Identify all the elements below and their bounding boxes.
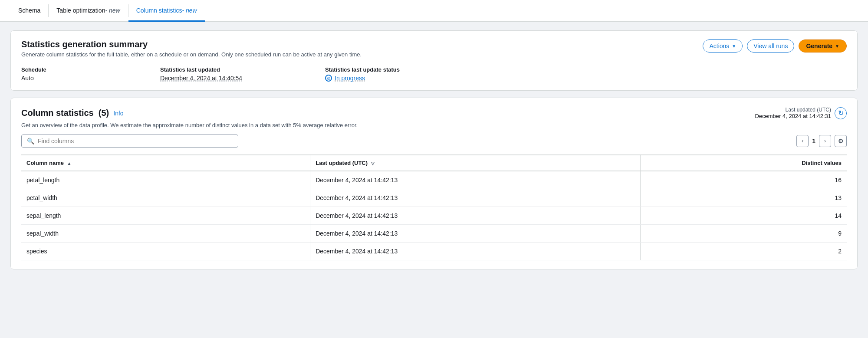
summary-title-group: Statistics generation summary Generate c… xyxy=(21,39,362,66)
sort-asc-icon: ▲ xyxy=(67,161,72,166)
table-row: petal_length December 4, 2024 at 14:42:1… xyxy=(21,171,847,189)
col-stats-title-group: Column statistics (5) Info xyxy=(21,108,124,118)
schedule-label: Schedule xyxy=(21,66,160,73)
last-updated-text-group: Last updated (UTC) December 4, 2024 at 1… xyxy=(755,107,831,119)
col-stats-desc: Get an overview of the data profile. We … xyxy=(21,122,847,128)
generate-label: Generate xyxy=(806,43,832,49)
cell-last-updated: December 4, 2024 at 14:42:13 xyxy=(310,225,641,243)
chevron-right-icon: › xyxy=(824,138,826,144)
generate-button[interactable]: Generate ▼ xyxy=(799,39,847,53)
search-input[interactable] xyxy=(38,138,233,144)
generate-caret-icon: ▼ xyxy=(835,44,839,49)
cell-last-updated: December 4, 2024 at 14:42:13 xyxy=(310,171,641,189)
stats-last-updated-label: Statistics last updated xyxy=(160,66,325,73)
column-statistics-card: Column statistics (5) Info Last updated … xyxy=(10,98,858,269)
th-distinct-values-label: Distinct values xyxy=(802,160,842,166)
col-stats-info-badge[interactable]: Info xyxy=(113,110,123,117)
schedule-value: Auto xyxy=(21,75,34,82)
th-column-name[interactable]: Column name ▲ xyxy=(21,155,310,171)
actions-caret-icon: ▼ xyxy=(732,44,736,49)
cell-distinct-values: 14 xyxy=(640,207,847,225)
cell-distinct-values: 9 xyxy=(640,225,847,243)
stats-update-status-value[interactable]: In progress xyxy=(335,75,365,82)
tab-schema-label: Schema xyxy=(18,7,40,14)
tab-table-optimization-suffix: - new xyxy=(105,7,120,14)
stats-last-updated-value[interactable]: December 4, 2024 at 14:40:54 xyxy=(160,75,242,82)
view-all-runs-label: View all runs xyxy=(753,43,788,49)
search-container: 🔍 ‹ 1 › ⚙ xyxy=(21,135,847,148)
chevron-left-icon: ‹ xyxy=(802,138,803,144)
col-stats-count: (5) xyxy=(99,108,109,118)
tab-column-statistics[interactable]: Column statistics - new xyxy=(128,0,205,22)
view-all-runs-button[interactable]: View all runs xyxy=(747,39,794,53)
stats-update-status-label: Statistics last update status xyxy=(325,66,847,73)
th-column-name-label: Column name xyxy=(26,160,64,166)
in-progress-icon: ⊙ xyxy=(325,75,332,82)
cell-column-name: petal_width xyxy=(21,189,310,207)
table-settings-button[interactable]: ⚙ xyxy=(835,135,847,147)
tab-table-optimization-label: Table optimization xyxy=(56,7,105,14)
stats-last-updated-col: Statistics last updated December 4, 2024… xyxy=(160,66,325,82)
table-row: sepal_width December 4, 2024 at 14:42:13… xyxy=(21,225,847,243)
tab-schema[interactable]: Schema xyxy=(10,0,48,22)
last-updated-date: December 4, 2024 at 14:42:31 xyxy=(755,113,831,119)
cell-distinct-values: 2 xyxy=(640,243,847,260)
summary-desc: Generate column statistics for the full … xyxy=(21,51,362,58)
last-updated-label: Last updated (UTC) xyxy=(755,107,831,113)
cell-last-updated: December 4, 2024 at 14:42:13 xyxy=(310,189,641,207)
tab-table-optimization[interactable]: Table optimization - new xyxy=(49,0,128,22)
actions-button[interactable]: Actions ▼ xyxy=(703,39,743,53)
table-row: species December 4, 2024 at 14:42:13 2 xyxy=(21,243,847,260)
summary-title: Statistics generation summary xyxy=(21,39,362,49)
actions-label: Actions xyxy=(709,43,729,49)
col-stats-header: Column statistics (5) Info Last updated … xyxy=(21,107,847,119)
search-input-wrapper[interactable]: 🔍 xyxy=(21,135,238,148)
cell-column-name: petal_length xyxy=(21,171,310,189)
col-stats-title: Column statistics (5) xyxy=(21,108,109,118)
tab-bar: Schema Table optimization - new Column s… xyxy=(0,0,868,22)
cell-last-updated: December 4, 2024 at 14:42:13 xyxy=(310,207,641,225)
th-last-updated[interactable]: Last updated (UTC) ▽ xyxy=(310,155,641,171)
summary-card: Statistics generation summary Generate c… xyxy=(10,30,858,91)
page-number: 1 xyxy=(812,138,815,144)
stats-update-status-col: Statistics last update status ⊙ In progr… xyxy=(325,66,847,82)
tab-column-statistics-label: Column statistics xyxy=(136,7,182,14)
next-page-button[interactable]: › xyxy=(819,135,831,147)
last-updated-group: Last updated (UTC) December 4, 2024 at 1… xyxy=(755,107,847,119)
prev-page-button[interactable]: ‹ xyxy=(796,135,809,147)
pagination-controls: ‹ 1 › ⚙ xyxy=(796,135,847,147)
table-row: petal_width December 4, 2024 at 14:42:13… xyxy=(21,189,847,207)
col-stats-title-text: Column statistics xyxy=(21,108,94,118)
refresh-button[interactable]: ↻ xyxy=(835,107,847,119)
table-row: sepal_length December 4, 2024 at 14:42:1… xyxy=(21,207,847,225)
gear-icon: ⚙ xyxy=(838,138,844,144)
schedule-col: Schedule Auto xyxy=(21,66,160,82)
table-body: petal_length December 4, 2024 at 14:42:1… xyxy=(21,171,847,260)
cell-column-name: sepal_width xyxy=(21,225,310,243)
refresh-icon: ↻ xyxy=(838,109,844,117)
search-icon: 🔍 xyxy=(27,138,34,144)
column-statistics-table: Column name ▲ Last updated (UTC) ▽ Disti… xyxy=(21,154,847,260)
cell-distinct-values: 13 xyxy=(640,189,847,207)
sort-desc-icon: ▽ xyxy=(371,161,375,166)
th-last-updated-label: Last updated (UTC) xyxy=(316,160,368,166)
main-content: Statistics generation summary Generate c… xyxy=(0,22,868,278)
summary-header: Statistics generation summary Generate c… xyxy=(21,39,847,66)
tab-column-statistics-suffix: - new xyxy=(182,7,197,14)
cell-column-name: species xyxy=(21,243,310,260)
cell-last-updated: December 4, 2024 at 14:42:13 xyxy=(310,243,641,260)
stats-grid: Schedule Auto Statistics last updated De… xyxy=(21,66,847,82)
summary-actions: Actions ▼ View all runs Generate ▼ xyxy=(703,39,847,53)
th-distinct-values[interactable]: Distinct values xyxy=(640,155,847,171)
cell-column-name: sepal_length xyxy=(21,207,310,225)
cell-distinct-values: 16 xyxy=(640,171,847,189)
table-header-row: Column name ▲ Last updated (UTC) ▽ Disti… xyxy=(21,155,847,171)
in-progress-container: ⊙ In progress xyxy=(325,75,847,82)
